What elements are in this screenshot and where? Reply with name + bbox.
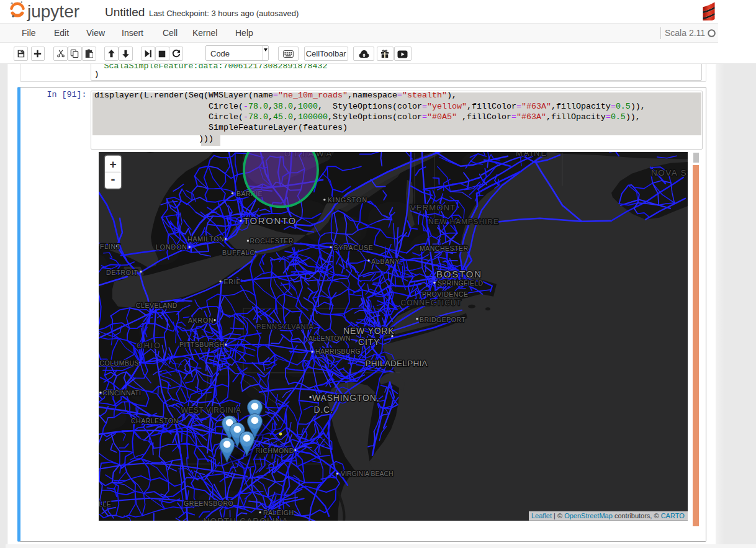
svg-text:RALEIGH: RALEIGH — [263, 509, 294, 516]
svg-text:BRIDGEPORT: BRIDGEPORT — [420, 316, 466, 323]
svg-text:CINCINNATI: CINCINNATI — [102, 389, 141, 397]
svg-text:LLE: LLE — [99, 500, 111, 508]
svg-text:HAMILTON: HAMILTON — [187, 235, 225, 243]
svg-text:OHIO: OHIO — [137, 341, 161, 350]
svg-text:ERIE: ERIE — [224, 278, 241, 285]
svg-text:NEW HAMPSHIRE: NEW HAMPSHIRE — [428, 218, 499, 225]
svg-text:NOVA SCO: NOVA SCO — [651, 168, 688, 177]
svg-text:SPRINGFIELD: SPRINGFIELD — [438, 279, 483, 287]
svg-text:PHILADELPHIA: PHILADELPHIA — [366, 359, 428, 368]
svg-text:MANCHESTER: MANCHESTER — [420, 245, 469, 252]
svg-text:NEW YORK: NEW YORK — [343, 326, 394, 336]
svg-text:VERMONT: VERMONT — [410, 203, 456, 212]
svg-text:WASHINGTON,: WASHINGTON, — [312, 393, 379, 403]
svg-text:LONDON: LONDON — [156, 243, 187, 251]
svg-text:GREENSBORO: GREENSBORO — [184, 500, 233, 507]
svg-text:Leaflet | © OpenStreetMap cont: Leaflet | © OpenStreetMap contributors, … — [531, 512, 685, 519]
svg-text:MAINE: MAINE — [516, 152, 547, 158]
svg-text:CONNECTICUT: CONNECTICUT — [401, 299, 462, 307]
svg-text:+: + — [109, 158, 116, 171]
svg-text:-: - — [111, 171, 115, 186]
svg-text:KINGSTON: KINGSTON — [328, 196, 367, 204]
svg-text:D.C.: D.C. — [314, 405, 333, 415]
svg-text:PROVIDENCE: PROVIDENCE — [422, 290, 468, 298]
svg-text:HARRISBURG: HARRISBURG — [315, 348, 361, 355]
svg-text:CHARLESTON: CHARLESTON — [131, 417, 179, 424]
svg-text:DETROIT: DETROIT — [106, 269, 138, 276]
svg-text:FLINT: FLINT — [100, 243, 120, 250]
svg-text:RICHMOND: RICHMOND — [256, 447, 294, 454]
svg-text:CITY: CITY — [358, 337, 380, 347]
svg-text:jupyter: jupyter — [27, 2, 79, 21]
svg-text:AKRON: AKRON — [188, 317, 214, 324]
svg-text:ALBANY: ALBANY — [371, 258, 400, 265]
svg-text:BOSTON: BOSTON — [436, 269, 482, 279]
svg-text:PITTSBURGH: PITTSBURGH — [179, 341, 225, 348]
svg-text:COLUMBUS: COLUMBUS — [100, 359, 140, 367]
svg-text:ROCHESTER: ROCHESTER — [250, 237, 294, 245]
svg-text:CLEVELAND: CLEVELAND — [136, 302, 178, 309]
svg-text:WEST VIRGINIA: WEST VIRGINIA — [181, 406, 241, 415]
svg-text:NORTH CAROLINA: NORTH CAROLINA — [204, 516, 289, 521]
svg-text:PENNSYLVANIA: PENNSYLVANIA — [256, 323, 313, 330]
svg-text:TORONTO: TORONTO — [243, 215, 297, 226]
svg-text:VIRGINIA BEACH: VIRGINIA BEACH — [341, 470, 394, 477]
svg-text:BUFFALO: BUFFALO — [222, 249, 255, 256]
svg-text:SYRACUSE: SYRACUSE — [334, 244, 374, 251]
